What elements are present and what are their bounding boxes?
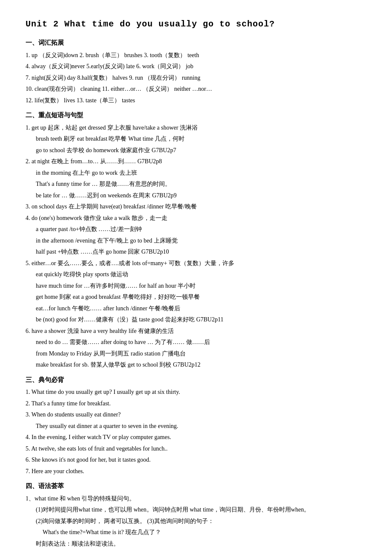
list-item: 12. life(复数） lives 13. taste（单三） tastes [26,95,366,106]
list-item: 1. up （反义词)down 2. brush（单三） brushes 3. … [26,50,366,61]
list-item: 7. Here are your clothes. [26,466,366,477]
section-3-heading: 三、典句必背 [26,375,366,386]
section-2-heading: 二、重点短语与句型 [26,110,366,121]
list-item: 1、what time 和 when 引导的特殊疑问句。 [26,494,366,504]
list-item: make breakfast for sb. 替某人做早饭 get to sch… [36,360,366,370]
list-item: 10. clean(现在分词） cleaning 11. either…or… … [26,84,366,95]
list-item: 4. In the evening, I either watch TV or … [26,432,366,443]
list-item: 1. get up 起床，站起 get dressed 穿上衣服 have/ta… [26,123,366,133]
list-item: 5. At twelve, she eats lots of fruit and… [26,444,366,454]
list-item: What's the time?=What time is it? 现在几点了？ [43,527,366,538]
list-item: 2. at night 在晚上 from…to… 从……到…… G7BU2p8 [26,156,366,167]
section-4-heading: 四、语法荟萃 [26,481,366,492]
list-item: eat quickly 吃得快 play sports 做运动 [36,269,366,280]
list-item: from Monday to Friday 从周一到周五 radio stati… [36,349,366,359]
page-container: Unit 2 What time do you usually go to sc… [26,17,366,549]
list-item: need to do … 需要做…… after doing to have …… [36,337,366,348]
list-item: They usually eat dinner at a quarter to … [36,421,366,432]
list-item: 1. What time do you usually get up? I us… [26,387,366,398]
list-item: (1)对时间提问用what time，也可以用 when。询问钟点时用 what… [36,505,366,515]
list-item: have much time for …有许多时间做…… for half an… [36,281,366,292]
list-item: brush teeth 刷牙 eat breakfast 吃早餐 What ti… [36,134,366,145]
list-item: 6. She knows it's not good for her, but … [26,455,366,465]
section-2-content: 1. get up 起床，站起 get dressed 穿上衣服 have/ta… [26,123,366,370]
list-item: 4. do (one's) homework 做作业 take a walk 散… [26,213,366,224]
list-item: 6. have a shower 洗澡 have a very healthy … [26,326,366,337]
list-item: 5. either…or 要么……要么，或者….或者 lots of=many+… [26,258,366,269]
list-item: be (not) good for 对……健康有（没）益 taste good … [36,315,366,325]
list-item: 时刻表达法：顺读法和逆读法。 [36,539,366,549]
list-item: 4. alway（反义词)never 5.early(反义词) late 6. … [26,61,366,72]
list-item: half past +钟点数 ……点半 go home 回家 G7BU2p10 [36,247,366,257]
section-3-content: 1. What time do you usually get up? I us… [26,387,366,477]
section-1-content: 1. up （反义词)down 2. brush（单三） brushes 3. … [26,50,366,106]
list-item: get home 到家 eat a good breakfast 早餐吃得好，好… [36,292,366,303]
list-item: be late for … 做……迟到 on weekends 在周末 G7BU… [36,191,366,201]
list-item: 3. When do students usually eat dinner? [26,410,366,420]
list-item: 2. That's a funny time for breakfast. [26,399,366,409]
page-title: Unit 2 What time do you usually go to sc… [26,17,366,32]
list-item: That's a funny time for … 那是做……有意思的时间。 [36,179,366,190]
section-1-heading: 一、词汇拓展 [26,38,366,49]
list-item: eat…for lunch 午餐吃…… after lunch /dinner … [36,304,366,314]
list-item: 3. on school days 在上学期间 have(eat) breakf… [26,202,366,212]
list-item: in the morning 在上午 go to work 去上班 [36,168,366,179]
list-item: a quarter past /to+钟点数 ……过/差一刻钟 [36,224,366,235]
list-item: 7. night(反义词) day 8.half(复数） halves 9. r… [26,73,366,84]
list-item: go to school 去学校 do homework 做家庭作业 G7BU2… [36,145,366,156]
list-item: in the afternoon /evening 在下午/晚上 go to b… [36,236,366,246]
list-item: (2)询问做某事的时间时， 两者可以互换。 (3)其他询问时间的句子： [36,516,366,527]
section-4-content: 1、what time 和 when 引导的特殊疑问句。 (1)对时间提问用wh… [26,494,366,549]
